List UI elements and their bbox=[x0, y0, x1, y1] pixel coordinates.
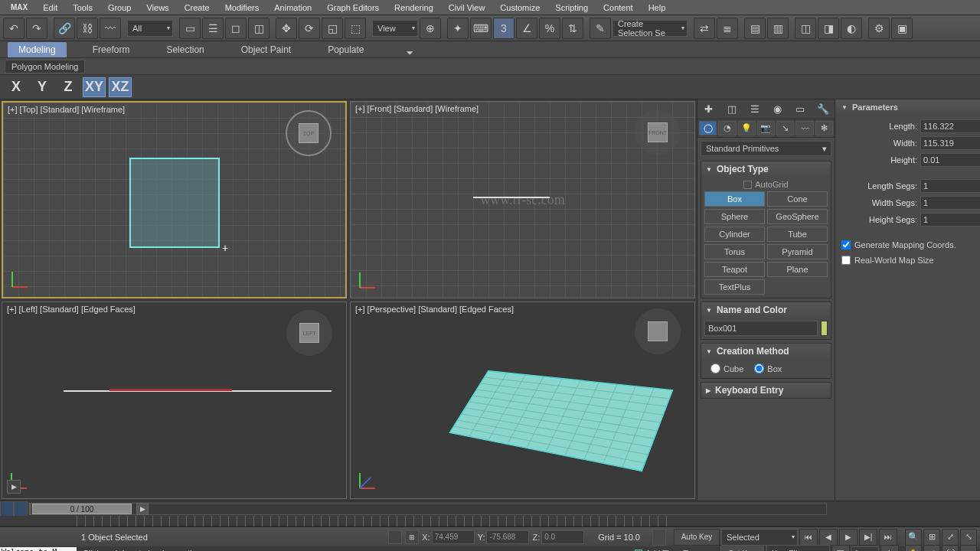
absolute-relative-icon[interactable]: ⊞ bbox=[405, 530, 419, 544]
length-spinner[interactable]: ▲▼ bbox=[920, 119, 974, 133]
shapes-category-icon[interactable]: ◔ bbox=[718, 121, 736, 135]
menu-animation[interactable]: Animation bbox=[266, 2, 319, 14]
curve-editor-button[interactable]: ◫ bbox=[795, 18, 816, 39]
render-setup-button[interactable]: ⚙ bbox=[868, 18, 890, 39]
pan-icon[interactable]: ✋ bbox=[905, 545, 922, 551]
ribbon-tab-selection[interactable]: Selection bbox=[155, 42, 214, 57]
time-slider[interactable]: ◀ 0 / 100 ▶ bbox=[0, 500, 980, 516]
undo-button[interactable]: ↶ bbox=[3, 18, 24, 39]
viewcube-front[interactable]: FRONT bbox=[635, 109, 681, 155]
snap-toggle-button[interactable]: 3 bbox=[493, 18, 514, 39]
spacewarps-category-icon[interactable]: 〰 bbox=[795, 121, 813, 135]
type-cone-button[interactable]: Cone bbox=[767, 191, 828, 207]
viewport-top[interactable]: [+] [Top] [Standard] [Wireframe] TOP + bbox=[2, 101, 347, 298]
orbit-icon[interactable]: ⭯ bbox=[923, 545, 940, 551]
geometry-category-icon[interactable]: ◯ bbox=[699, 121, 717, 135]
viewport-top-label[interactable]: [+] [Top] [Standard] [Wireframe] bbox=[8, 105, 125, 114]
menu-group[interactable]: Group bbox=[100, 2, 139, 14]
menu-graph[interactable]: Graph Editors bbox=[319, 2, 387, 14]
cp-tab-hierarchy[interactable]: ☰ bbox=[743, 99, 766, 119]
width-spinner[interactable]: ▲▼ bbox=[920, 136, 974, 150]
placement-button[interactable]: ⬚ bbox=[345, 18, 366, 39]
type-plane-button[interactable]: Plane bbox=[767, 262, 828, 277]
width-segs-spinner[interactable]: ▲▼ bbox=[920, 196, 974, 210]
menu-help[interactable]: Help bbox=[641, 2, 674, 14]
percent-snap-button[interactable]: % bbox=[539, 18, 560, 39]
x-coord-input[interactable] bbox=[432, 530, 475, 544]
ribbon-tab-objectpaint[interactable]: Object Paint bbox=[230, 42, 302, 57]
real-world-map-checkbox[interactable]: Real-World Map Size bbox=[841, 254, 974, 266]
axis-x-button[interactable]: X bbox=[5, 77, 28, 97]
y-coord-input[interactable] bbox=[486, 530, 529, 544]
autokey-button[interactable]: Auto Key bbox=[674, 529, 720, 546]
goto-start-button[interactable]: ⏮ bbox=[799, 529, 818, 546]
select-region-rect-button[interactable]: ◻ bbox=[225, 18, 247, 39]
select-manipulate-button[interactable]: ✦ bbox=[447, 18, 469, 39]
menu-civilview[interactable]: Civil View bbox=[441, 2, 492, 14]
timeline-ruler[interactable] bbox=[0, 516, 980, 527]
type-tube-button[interactable]: Tube bbox=[767, 227, 828, 242]
parameters-header[interactable]: ▼Parameters bbox=[835, 99, 980, 115]
viewport-perspective[interactable]: [+] [Perspective] [Standard] [Edged Face… bbox=[350, 302, 695, 499]
bind-space-warp-button[interactable]: 〰 bbox=[100, 18, 121, 39]
menu-content[interactable]: Content bbox=[596, 2, 641, 14]
type-box-button[interactable]: Box bbox=[704, 191, 765, 207]
move-button[interactable]: ✥ bbox=[276, 18, 297, 39]
prev-frame-button[interactable]: ◀ bbox=[819, 529, 838, 546]
next-frame-button[interactable]: ▶| bbox=[859, 529, 877, 546]
select-by-name-button[interactable]: ☰ bbox=[202, 18, 224, 39]
use-pivot-center-button[interactable]: ⊕ bbox=[420, 18, 441, 39]
rollout-keyboard-entry-header[interactable]: ▶Keyboard Entry bbox=[701, 383, 831, 398]
spinner-snap-button[interactable]: ⇅ bbox=[562, 18, 583, 39]
current-frame-input[interactable] bbox=[851, 546, 879, 551]
type-textplus-button[interactable]: TextPlus bbox=[704, 279, 765, 295]
axis-xz-button[interactable]: XZ bbox=[109, 77, 132, 97]
lights-category-icon[interactable]: 💡 bbox=[738, 121, 756, 135]
viewcube-persp[interactable] bbox=[635, 308, 681, 354]
keyboard-shortcut-override-button[interactable]: ⌨ bbox=[470, 18, 492, 39]
viewport-persp-label[interactable]: [+] [Perspective] [Standard] [Edged Face… bbox=[355, 305, 514, 314]
viewcube-top[interactable]: TOP bbox=[286, 110, 332, 156]
zoom-all-icon[interactable]: ⊞ bbox=[923, 529, 940, 546]
type-geosphere-button[interactable]: GeoSphere bbox=[767, 209, 828, 224]
height-segs-spinner[interactable]: ▲▼ bbox=[920, 213, 974, 227]
menu-modifiers[interactable]: Modifiers bbox=[217, 2, 267, 14]
toggle-layer-explorer-button[interactable]: ▥ bbox=[767, 18, 789, 39]
slider-thumb[interactable]: 0 / 100 bbox=[32, 504, 132, 514]
ribbon-panel-label[interactable]: Polygon Modeling bbox=[5, 60, 85, 73]
type-torus-button[interactable]: Torus bbox=[704, 244, 765, 259]
select-object-button[interactable]: ▭ bbox=[179, 18, 201, 39]
menu-customize[interactable]: Customize bbox=[492, 2, 547, 14]
setkey-button[interactable]: Set Key bbox=[719, 545, 765, 551]
cp-tab-motion[interactable]: ◉ bbox=[766, 99, 789, 119]
render-frame-window-button[interactable]: ▣ bbox=[891, 18, 913, 39]
schematic-view-button[interactable]: ◨ bbox=[818, 18, 839, 39]
slider-track[interactable] bbox=[31, 503, 827, 515]
field-of-view-icon[interactable]: ◿ bbox=[960, 545, 977, 551]
isolate-selection-icon[interactable] bbox=[652, 529, 666, 546]
zoom-extents-icon[interactable]: ⤢ bbox=[942, 529, 959, 546]
material-editor-button[interactable]: ◐ bbox=[841, 18, 862, 39]
autogrid-checkbox[interactable]: AutoGrid bbox=[704, 180, 828, 189]
cp-tab-create[interactable]: ✚ bbox=[697, 99, 720, 119]
axis-xy-button[interactable]: XY bbox=[83, 77, 106, 97]
type-pyramid-button[interactable]: Pyramid bbox=[767, 244, 828, 259]
ribbon-tab-freeform[interactable]: Freeform bbox=[82, 42, 141, 57]
edit-named-selection-button[interactable]: ✎ bbox=[590, 18, 611, 39]
ref-coord-combo[interactable]: View bbox=[372, 20, 418, 37]
rollout-object-type-header[interactable]: ▼Object Type bbox=[701, 161, 831, 177]
type-sphere-button[interactable]: Sphere bbox=[704, 209, 765, 224]
play-button[interactable]: ▶ bbox=[839, 529, 858, 546]
lock-selection-icon[interactable] bbox=[388, 530, 402, 544]
cp-tab-modify[interactable]: ◫ bbox=[720, 99, 743, 119]
axis-y-button[interactable]: Y bbox=[31, 77, 54, 97]
generate-mapping-checkbox[interactable]: Generate Mapping Coords. bbox=[841, 239, 974, 251]
angle-snap-button[interactable]: ∠ bbox=[516, 18, 537, 39]
z-coord-input[interactable] bbox=[541, 530, 584, 544]
selection-filter-combo[interactable]: All bbox=[127, 20, 173, 37]
mirror-button[interactable]: ⇄ bbox=[694, 18, 715, 39]
goto-end-button[interactable]: ⏭ bbox=[879, 529, 897, 546]
scale-button[interactable]: ◱ bbox=[322, 18, 343, 39]
axis-z-button[interactable]: Z bbox=[57, 77, 80, 97]
key-mode-icon[interactable]: ⚿ bbox=[831, 545, 850, 551]
